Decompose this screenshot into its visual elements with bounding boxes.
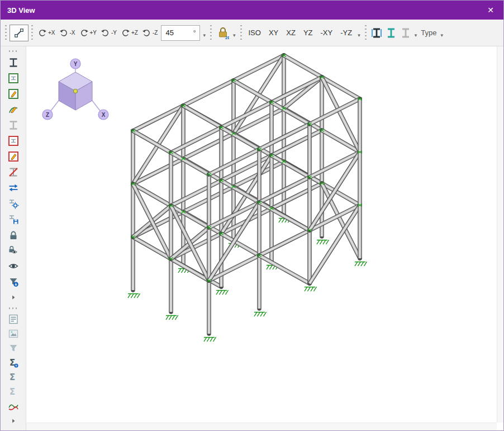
sidebar-sum-button[interactable]: Σ — [3, 370, 23, 385]
sidebar-member-disabled-button[interactable] — [3, 117, 23, 133]
rotate-ccw-icon — [38, 29, 46, 37]
canvas-3d[interactable]: Y X Z — [26, 46, 503, 430]
close-button[interactable]: ✕ — [478, 1, 503, 20]
sidebar-filter-download-button[interactable] — [3, 274, 23, 290]
rotate-cw-icon — [60, 29, 68, 37]
sidebar-drag-handle[interactable] — [8, 50, 19, 53]
view-xz-button[interactable]: XZ — [282, 23, 299, 42]
lock-dropdown[interactable]: ▾ — [231, 27, 237, 39]
toolbar-drag-handle[interactable] — [31, 24, 34, 42]
rotate-minus-y-button[interactable]: -Y — [99, 23, 119, 42]
sidebar-filter-disabled-button[interactable] — [3, 341, 23, 356]
sidebar-report-image-button[interactable] — [3, 326, 23, 341]
sidebar-new-member-button[interactable] — [3, 70, 23, 86]
lock-2d-button[interactable]: 2D — [215, 23, 231, 42]
expand-bottom-icon — [10, 418, 17, 424]
sidebar-edit-curve-button[interactable] — [3, 102, 23, 117]
edit-curve-icon — [8, 104, 19, 115]
sidebar-delete-edit-button[interactable] — [3, 149, 23, 164]
lock-icon — [8, 229, 19, 240]
navigation-cube[interactable]: Y X Z — [42, 59, 108, 120]
rotate-ccw-icon — [121, 29, 130, 37]
visibility-icon — [8, 261, 19, 272]
swap-members-icon — [8, 182, 19, 193]
sidebar-lock-eye-button[interactable] — [3, 243, 23, 258]
sidebar-swap-members-button[interactable] — [3, 180, 23, 196]
sidebar-lock-button[interactable] — [3, 227, 23, 243]
axis-z-handle[interactable]: Z — [42, 110, 53, 120]
sidebar-sum-badge-button[interactable]: Σ — [3, 356, 23, 370]
expand-top-icon — [10, 294, 17, 301]
view-iso-button[interactable]: ISO — [245, 23, 265, 42]
view-minus-yz-button[interactable]: -YZ — [336, 23, 356, 42]
rotation-angle-input[interactable] — [165, 29, 193, 37]
report-icon — [8, 314, 19, 325]
sidebar-delete-member-button[interactable] — [3, 133, 23, 149]
edit-geometry-button[interactable] — [9, 25, 28, 41]
axis-y-label: Y — [74, 61, 78, 67]
sidebar-member-beam-button[interactable] — [3, 55, 23, 70]
axis-x-handle[interactable]: X — [98, 110, 108, 120]
svg-text:Σ: Σ — [9, 372, 15, 382]
toolbar-drag-handle[interactable] — [364, 24, 367, 42]
structure-drawing[interactable] — [128, 54, 367, 342]
sidebar-member-save-button[interactable] — [3, 211, 23, 227]
rotate-minus-z-button[interactable]: -Z — [140, 23, 160, 42]
sidebar-remove-member-button[interactable] — [3, 164, 23, 180]
sidebar-expand-top-button[interactable] — [3, 290, 23, 305]
view-preset-group: ISOXYXZYZ-XY-YZ — [245, 23, 356, 42]
scene-svg[interactable]: Y X Z — [26, 46, 497, 423]
axis-y-handle[interactable]: Y — [70, 59, 80, 69]
vertical-scrollbar[interactable] — [497, 46, 503, 423]
rotate-label: +X — [48, 30, 55, 36]
rotate-plusminus-x-button[interactable]: +X — [36, 23, 58, 42]
rotate-minus-x-button[interactable]: -X — [58, 23, 78, 42]
lock-2d-icon: 2D — [217, 26, 229, 40]
horizontal-scrollbar[interactable] — [26, 423, 497, 430]
profile-teal-icon — [386, 27, 396, 39]
sidebar-member-settings-button[interactable] — [3, 196, 23, 211]
toolbar-drag-handle[interactable] — [240, 24, 243, 42]
render-wireframe-button[interactable] — [398, 23, 413, 42]
rotate-label: -X — [70, 30, 75, 36]
profile-gray-icon — [401, 27, 411, 39]
window-body: ΣΣΣ Y — [1, 46, 503, 430]
new-member-icon — [8, 73, 19, 84]
profile-solid-icon — [372, 27, 382, 39]
window-title: 3D View — [7, 6, 35, 15]
rotate-plusminus-z-button[interactable]: +Z — [119, 23, 140, 42]
sidebar-sum-light-button[interactable]: Σ — [3, 385, 23, 399]
sum-badge-icon: Σ — [8, 357, 19, 368]
top-toolbar: +X-X+Y-Y+Z-Z ° ▾ 2D ▾ ISOXYXZYZ-XY-YZ ▾ — [1, 20, 503, 46]
toolbar-drag-handle[interactable] — [210, 24, 212, 42]
type-dropdown[interactable]: ▾ — [439, 27, 445, 39]
render-solid-button[interactable] — [369, 23, 384, 42]
sidebar-expand-bottom-button[interactable] — [3, 414, 23, 428]
sidebar-drag-handle[interactable] — [8, 307, 19, 310]
angle-dropdown[interactable]: ▾ — [201, 27, 207, 39]
rotate-label: -Y — [111, 30, 117, 36]
view-xy-button[interactable]: XY — [265, 23, 282, 42]
origin-dot — [74, 89, 78, 93]
render-mode-dropdown[interactable]: ▾ — [413, 27, 419, 39]
view-presets-dropdown[interactable]: ▾ — [356, 27, 362, 39]
sidebar-results-diagram-button[interactable] — [3, 399, 23, 414]
titlebar[interactable]: 3D View ✕ — [1, 1, 503, 20]
axis-x-label: X — [102, 112, 106, 118]
svg-text:2D: 2D — [225, 35, 229, 40]
svg-text:Σ: Σ — [9, 387, 15, 397]
report-image-icon — [8, 328, 19, 339]
rotate-plusminus-y-button[interactable]: +Y — [78, 23, 99, 42]
edit-geometry-icon — [14, 27, 24, 39]
render-profile-button[interactable] — [384, 23, 398, 42]
delete-member-icon — [8, 135, 19, 146]
delete-edit-icon — [8, 151, 19, 162]
left-toolbar: ΣΣΣ — [1, 46, 26, 430]
view-minus-xy-button[interactable]: -XY — [317, 23, 337, 42]
sidebar-visibility-button[interactable] — [3, 258, 23, 274]
view-yz-button[interactable]: YZ — [299, 23, 317, 42]
degree-unit-label: ° — [193, 29, 196, 37]
sidebar-report-button[interactable] — [3, 312, 23, 326]
sidebar-edit-member-button[interactable] — [3, 86, 23, 102]
toolbar-drag-handle[interactable] — [4, 24, 7, 42]
